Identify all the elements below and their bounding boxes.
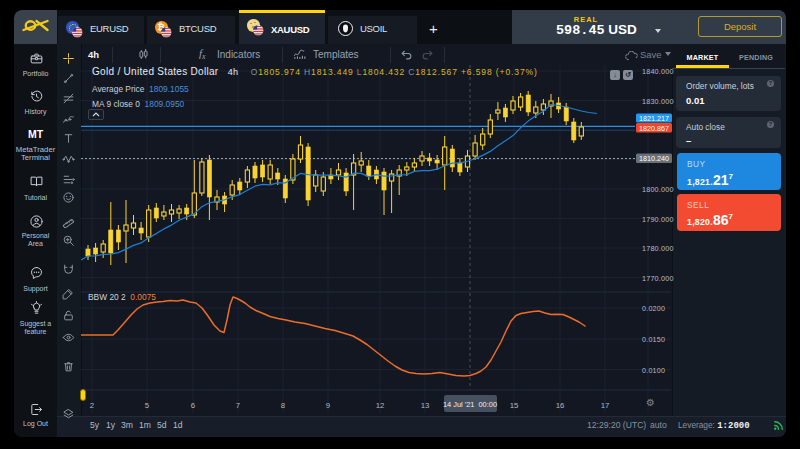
svg-text:15: 15 xyxy=(510,401,519,410)
svg-text:6: 6 xyxy=(191,401,195,410)
svg-text:1810.240: 1810.240 xyxy=(639,154,669,163)
svg-text:16: 16 xyxy=(556,401,565,410)
svg-text:14 Jul '21 00:00: 14 Jul '21 00:00 xyxy=(443,400,497,409)
svg-text:13: 13 xyxy=(421,401,430,410)
svg-text:1840.000: 1840.000 xyxy=(642,67,674,76)
svg-text:9: 9 xyxy=(326,401,330,410)
svg-text:12: 12 xyxy=(376,401,385,410)
svg-text:0.0150: 0.0150 xyxy=(642,335,665,344)
svg-text:8: 8 xyxy=(281,401,285,410)
svg-text:1790.000: 1790.000 xyxy=(642,215,674,224)
svg-text:1800.000: 1800.000 xyxy=(642,185,674,194)
svg-text:2: 2 xyxy=(90,401,94,410)
svg-text:1830.000: 1830.000 xyxy=(642,97,674,106)
svg-text:5: 5 xyxy=(145,401,150,410)
svg-text:0.0200: 0.0200 xyxy=(642,304,665,313)
svg-text:1820.867: 1820.867 xyxy=(639,124,669,133)
svg-text:0.0100: 0.0100 xyxy=(642,366,665,375)
svg-text:1821.217: 1821.217 xyxy=(639,114,669,123)
svg-text:1780.000: 1780.000 xyxy=(642,244,674,253)
svg-text:17: 17 xyxy=(601,401,610,410)
svg-text:1770.000: 1770.000 xyxy=(642,274,674,283)
svg-text:7: 7 xyxy=(236,401,240,410)
